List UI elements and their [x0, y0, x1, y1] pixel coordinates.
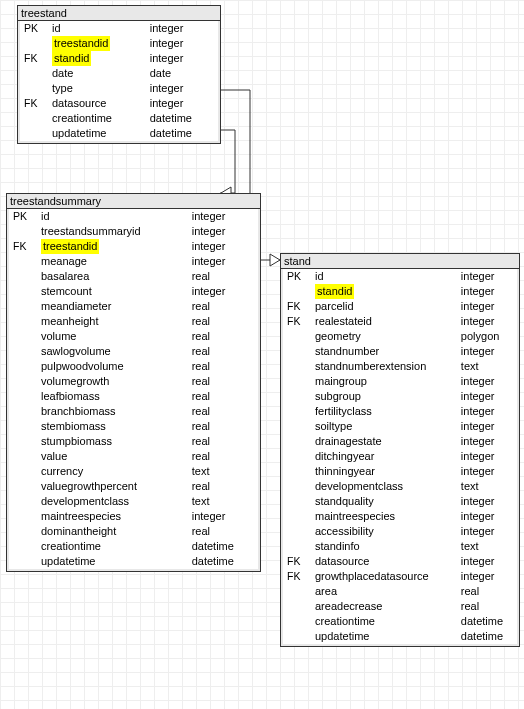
column-row: typeinteger [20, 81, 218, 96]
key-indicator [20, 36, 48, 51]
column-name: standquality [311, 494, 457, 509]
column-name: soiltype [311, 419, 457, 434]
entity-treestandsummary[interactable]: treestandsummary PKidintegertreestandsum… [6, 193, 261, 572]
column-name: id [48, 21, 146, 36]
key-indicator [283, 479, 311, 494]
key-indicator [283, 389, 311, 404]
key-indicator [9, 494, 37, 509]
key-indicator [9, 509, 37, 524]
column-type: integer [188, 209, 258, 224]
key-indicator: FK [283, 314, 311, 329]
column-type: integer [146, 21, 218, 36]
column-type: real [188, 344, 258, 359]
key-indicator [9, 464, 37, 479]
column-name: type [48, 81, 146, 96]
key-indicator: PK [9, 209, 37, 224]
key-indicator [9, 314, 37, 329]
key-indicator [283, 404, 311, 419]
key-indicator [9, 359, 37, 374]
column-name: leafbiomass [37, 389, 188, 404]
column-row: leafbiomassreal [9, 389, 258, 404]
column-row: PKidinteger [20, 21, 218, 36]
key-indicator [283, 464, 311, 479]
column-row: subgroupinteger [283, 389, 517, 404]
column-row: PKidinteger [9, 209, 258, 224]
column-name: meandiameter [37, 299, 188, 314]
key-indicator [9, 434, 37, 449]
column-row: areareal [283, 584, 517, 599]
column-row: currencytext [9, 464, 258, 479]
column-name: area [311, 584, 457, 599]
column-type: integer [188, 509, 258, 524]
column-type: integer [457, 314, 517, 329]
key-indicator [283, 449, 311, 464]
key-indicator: FK [283, 569, 311, 584]
column-name: standinfo [311, 539, 457, 554]
key-indicator [9, 479, 37, 494]
column-row: FKtreestandidinteger [9, 239, 258, 254]
column-name: subgroup [311, 389, 457, 404]
column-name: treestandid [37, 239, 188, 254]
column-row: creationtimedatetime [9, 539, 258, 554]
column-type: real [188, 434, 258, 449]
column-row: FKstandidinteger [20, 51, 218, 66]
key-indicator [283, 629, 311, 644]
column-type: datetime [457, 629, 517, 644]
key-indicator [9, 254, 37, 269]
column-name: basalarea [37, 269, 188, 284]
key-indicator: FK [20, 96, 48, 111]
column-type: real [457, 599, 517, 614]
column-type: text [188, 464, 258, 479]
column-row: developmentclasstext [283, 479, 517, 494]
entity-stand[interactable]: stand PKidintegerstandidintegerFKparceli… [280, 253, 520, 647]
column-row: FKdatasourceinteger [20, 96, 218, 111]
key-indicator [283, 359, 311, 374]
key-indicator [20, 111, 48, 126]
column-name: volume [37, 329, 188, 344]
column-type: integer [188, 239, 258, 254]
column-row: treestandsummaryidinteger [9, 224, 258, 239]
key-indicator [9, 284, 37, 299]
key-indicator [9, 344, 37, 359]
column-type: real [188, 449, 258, 464]
column-name: value [37, 449, 188, 464]
column-name: maingroup [311, 374, 457, 389]
column-type: datetime [146, 126, 218, 141]
key-indicator [283, 599, 311, 614]
column-type: integer [188, 254, 258, 269]
key-indicator: FK [20, 51, 48, 66]
column-row: treestandidinteger [20, 36, 218, 51]
key-indicator [283, 374, 311, 389]
column-row: meandiameterreal [9, 299, 258, 314]
column-type: real [188, 524, 258, 539]
column-type: real [188, 479, 258, 494]
entity-treestand[interactable]: treestand PKidintegertreestandidintegerF… [17, 5, 221, 144]
column-row: geometrypolygon [283, 329, 517, 344]
columns-table: PKidintegertreestandidintegerFKstandidin… [20, 21, 218, 141]
column-type: polygon [457, 329, 517, 344]
column-type: datetime [188, 554, 258, 569]
column-row: standinfotext [283, 539, 517, 554]
column-type: text [457, 539, 517, 554]
column-type: integer [457, 434, 517, 449]
column-type: integer [146, 81, 218, 96]
column-row: stembiomassreal [9, 419, 258, 434]
key-indicator [20, 66, 48, 81]
column-type: integer [457, 299, 517, 314]
key-indicator [283, 434, 311, 449]
column-row: basalareareal [9, 269, 258, 284]
column-name: geometry [311, 329, 457, 344]
column-type: integer [457, 419, 517, 434]
column-type: integer [457, 389, 517, 404]
key-indicator [283, 419, 311, 434]
key-indicator [9, 404, 37, 419]
column-name: treestandsummaryid [37, 224, 188, 239]
column-name: meanheight [37, 314, 188, 329]
column-name: parcelid [311, 299, 457, 314]
column-type: integer [457, 404, 517, 419]
column-name: branchbiomass [37, 404, 188, 419]
column-type: integer [457, 554, 517, 569]
column-row: datedate [20, 66, 218, 81]
column-name: updatetime [48, 126, 146, 141]
column-type: integer [146, 36, 218, 51]
